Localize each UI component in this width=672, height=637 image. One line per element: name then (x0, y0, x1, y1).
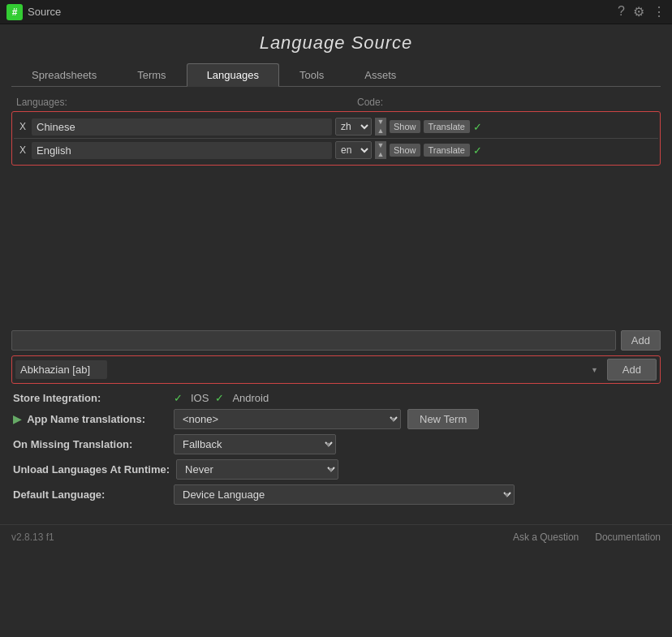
translate-english-button[interactable]: Translate (424, 144, 470, 157)
new-term-button[interactable]: New Term (407, 409, 479, 429)
never-select[interactable]: Never Always (176, 459, 338, 480)
language-code-english[interactable]: en (335, 141, 372, 159)
menu-icon[interactable]: ⋮ (653, 4, 666, 19)
empty-area (11, 172, 661, 330)
window-title: Source (28, 6, 618, 18)
language-code-chinese[interactable]: zh (335, 118, 372, 136)
store-integration-label: Store Integration: (13, 392, 167, 404)
app-name-row: ▶ App Name translations: <none> New Term (13, 409, 659, 429)
missing-translation-row: On Missing Translation: Fallback Empty S… (13, 434, 659, 454)
fallback-dropdown-wrapper: Fallback Empty Show Warning (174, 434, 336, 454)
help-icon[interactable]: ? (618, 4, 625, 19)
tab-languages[interactable]: Languages (187, 63, 279, 87)
move-down-chinese[interactable]: ▼ (375, 118, 386, 127)
remove-chinese-button[interactable]: X (17, 121, 28, 132)
tab-tools[interactable]: Tools (279, 63, 344, 86)
language-row-chinese: X zh ▼ ▲ Show Translate ✓ (14, 115, 658, 138)
order-arrows-chinese: ▼ ▲ (375, 118, 386, 136)
settings-icon[interactable]: ⚙ (633, 4, 644, 19)
translate-chinese-button[interactable]: Translate (424, 120, 470, 133)
language-row-english: X en ▼ ▲ Show Translate ✓ (14, 138, 658, 161)
tab-terms[interactable]: Terms (117, 63, 186, 86)
tab-spreadsheets[interactable]: Spreadsheets (11, 63, 117, 86)
page-title: Language Source (11, 32, 661, 54)
app-name-select[interactable]: <none> (174, 409, 401, 429)
title-bar-controls: ? ⚙ ⋮ (618, 4, 666, 19)
missing-translation-label: On Missing Translation: (13, 438, 167, 450)
store-integration-row: Store Integration: ✓ IOS ✓ Android (13, 392, 659, 404)
default-language-label: Default Language: (13, 489, 167, 501)
language-name-chinese[interactable] (32, 118, 332, 136)
tab-assets[interactable]: Assets (344, 63, 416, 86)
tab-bar: Spreadsheets Terms Languages Tools Asset… (11, 63, 661, 87)
unload-languages-row: Unload Languages At Runtime: Never Alway… (13, 459, 659, 480)
move-down-english[interactable]: ▼ (375, 141, 386, 150)
android-check-icon: ✓ (215, 392, 224, 404)
settings-section: Store Integration: ✓ IOS ✓ Android ▶ App… (11, 392, 661, 505)
main-content: Language Source Spreadsheets Terms Langu… (0, 24, 672, 518)
languages-label: Languages: (16, 97, 357, 108)
code-label: Code: (357, 97, 656, 108)
app-name-dropdown-wrapper: <none> (174, 409, 401, 429)
language-select-row: Abkhazian [ab] Afar [aa] Afrikaans [af] … (11, 355, 661, 384)
column-labels: Languages: Code: (11, 95, 661, 110)
device-language-select[interactable]: Device Language Chinese English (174, 484, 515, 505)
footer: v2.8.13 f1 Ask a Question Documentation (0, 524, 672, 546)
device-language-dropdown-wrapper: Device Language Chinese English (174, 484, 515, 505)
app-name-label: ▶ App Name translations: (13, 413, 167, 425)
unload-languages-label: Unload Languages At Runtime: (13, 463, 170, 476)
ask-question-link[interactable]: Ask a Question (513, 532, 579, 543)
move-up-chinese[interactable]: ▲ (375, 127, 386, 136)
add-small-button[interactable]: Add (621, 330, 661, 351)
add-language-button[interactable]: Add (607, 359, 657, 381)
search-add-row: Add (11, 330, 661, 351)
ios-label: IOS (191, 392, 209, 404)
documentation-link[interactable]: Documentation (595, 532, 661, 543)
ios-check-icon: ✓ (174, 392, 183, 404)
title-bar: # Source ? ⚙ ⋮ (0, 0, 672, 24)
move-up-english[interactable]: ▲ (375, 150, 386, 159)
version-label: v2.8.13 f1 (11, 532, 54, 543)
order-arrows-english: ▼ ▲ (375, 141, 386, 159)
language-list: X zh ▼ ▲ Show Translate ✓ X en ▼ ▲ Sh (11, 111, 661, 166)
remove-english-button[interactable]: X (17, 144, 28, 156)
triangle-icon: ▶ (13, 413, 21, 425)
language-name-english[interactable] (32, 142, 332, 159)
check-english[interactable]: ✓ (473, 144, 482, 157)
fallback-select[interactable]: Fallback Empty Show Warning (174, 434, 336, 454)
check-chinese[interactable]: ✓ (473, 121, 482, 133)
never-dropdown-wrapper: Never Always (176, 459, 338, 480)
show-chinese-button[interactable]: Show (390, 120, 420, 133)
app-icon: # (6, 4, 23, 20)
footer-links: Ask a Question Documentation (513, 532, 661, 543)
language-dropdown-wrapper: Abkhazian [ab] Afar [aa] Afrikaans [af] (15, 360, 602, 379)
android-label: Android (232, 392, 269, 404)
default-language-row: Default Language: Device Language Chines… (13, 484, 659, 505)
language-dropdown[interactable]: Abkhazian [ab] Afar [aa] Afrikaans [af] (15, 360, 107, 379)
show-english-button[interactable]: Show (390, 144, 420, 157)
language-search-input[interactable] (11, 330, 616, 351)
